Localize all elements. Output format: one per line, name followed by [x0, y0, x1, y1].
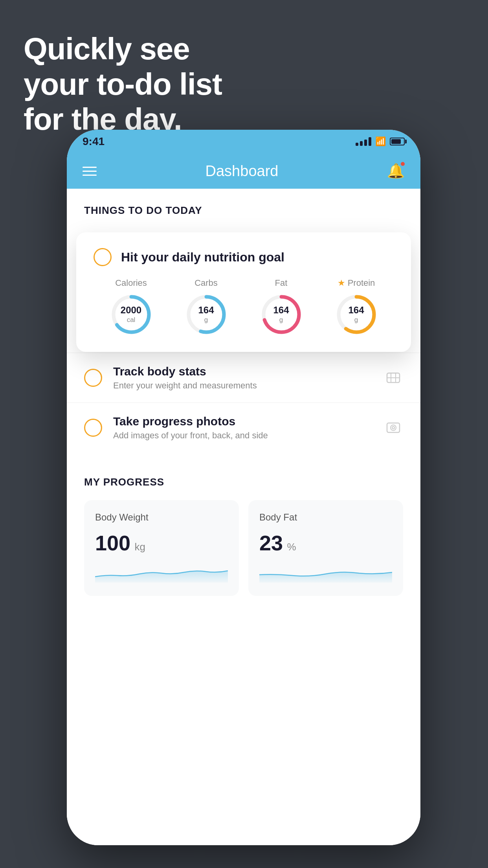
- carbs-unit: g: [198, 316, 214, 324]
- notification-dot: [400, 161, 405, 167]
- signal-icon: [356, 137, 371, 146]
- calories-value: 2000: [121, 305, 141, 316]
- status-icons: 📶: [356, 136, 405, 147]
- calories-chart: 2000 cal: [110, 293, 153, 336]
- body-stats-check-circle[interactable]: [84, 369, 102, 387]
- body-stats-subtitle: Enter your weight and measurements: [113, 381, 372, 391]
- nutrition-card-title: Hit your daily nutrition goal: [121, 250, 284, 265]
- fat-label: Fat: [275, 278, 288, 288]
- body-fat-sparkline: [259, 563, 392, 584]
- body-weight-sparkline: [95, 563, 228, 584]
- body-stats-title: Track body stats: [113, 365, 372, 378]
- progress-cards: Body Weight 100 kg: [84, 500, 403, 596]
- nutrition-card-header: Hit your daily nutrition goal: [94, 248, 394, 266]
- carbs-value: 164: [198, 305, 214, 316]
- protein-item: ★ Protein 164 g: [335, 278, 378, 336]
- progress-section: MY PROGRESS Body Weight 100 kg: [67, 460, 420, 612]
- phone-frame: 9:41 📶 Dashboard 🔔 THINGS TO DO TODAY: [67, 130, 420, 845]
- status-time: 9:41: [83, 135, 105, 148]
- svg-point-14: [391, 425, 396, 430]
- photos-check-circle[interactable]: [84, 419, 102, 437]
- photos-icon: [383, 418, 403, 438]
- todo-item-photos[interactable]: Take progress photos Add images of your …: [67, 403, 420, 452]
- hamburger-menu[interactable]: [83, 167, 97, 176]
- protein-unit: g: [348, 316, 364, 324]
- protein-chart: 164 g: [335, 293, 378, 336]
- photos-title: Take progress photos: [113, 415, 372, 428]
- photos-subtitle: Add images of your front, back, and side: [113, 430, 372, 441]
- calories-item: Calories 2000 cal: [110, 278, 153, 336]
- svg-rect-13: [387, 423, 400, 432]
- carbs-item: Carbs 164 g: [185, 278, 228, 336]
- fat-unit: g: [273, 316, 289, 324]
- hero-text: Quickly see your to-do list for the day.: [24, 31, 222, 137]
- header-title: Dashboard: [205, 163, 279, 180]
- nutrition-check-circle[interactable]: [94, 248, 112, 266]
- nutrition-card: Hit your daily nutrition goal Calories: [76, 232, 411, 352]
- body-fat-unit: %: [287, 541, 296, 553]
- body-weight-card[interactable]: Body Weight 100 kg: [84, 500, 239, 596]
- main-content: THINGS TO DO TODAY Hit your daily nutrit…: [67, 189, 420, 845]
- protein-star-icon: ★: [338, 278, 345, 288]
- body-fat-label: Body Fat: [259, 512, 392, 523]
- body-weight-value: 100: [95, 531, 130, 555]
- progress-section-heading: MY PROGRESS: [84, 476, 403, 488]
- carbs-chart: 164 g: [185, 293, 228, 336]
- body-stats-info: Track body stats Enter your weight and m…: [113, 365, 372, 391]
- carbs-label: Carbs: [194, 278, 218, 288]
- body-weight-label: Body Weight: [95, 512, 228, 523]
- svg-point-15: [392, 427, 394, 429]
- nutrition-row: Calories 2000 cal: [94, 278, 394, 336]
- wifi-icon: 📶: [375, 136, 386, 147]
- photos-info: Take progress photos Add images of your …: [113, 415, 372, 441]
- body-fat-card[interactable]: Body Fat 23 %: [248, 500, 403, 596]
- today-section-header: THINGS TO DO TODAY: [67, 189, 420, 224]
- body-weight-unit: kg: [135, 541, 145, 553]
- app-header: Dashboard 🔔: [67, 153, 420, 189]
- fat-item: Fat 164 g: [260, 278, 303, 336]
- protein-value: 164: [348, 305, 364, 316]
- notification-bell[interactable]: 🔔: [387, 163, 405, 179]
- calories-label: Calories: [115, 278, 147, 288]
- fat-value: 164: [273, 305, 289, 316]
- fat-chart: 164 g: [260, 293, 303, 336]
- body-stats-icon: [383, 368, 403, 388]
- battery-icon: [390, 138, 405, 145]
- protein-label: ★ Protein: [338, 278, 375, 288]
- calories-unit: cal: [121, 316, 141, 324]
- todo-item-body-stats[interactable]: Track body stats Enter your weight and m…: [67, 353, 420, 403]
- body-fat-value: 23: [259, 531, 283, 555]
- status-bar: 9:41 📶: [67, 130, 420, 153]
